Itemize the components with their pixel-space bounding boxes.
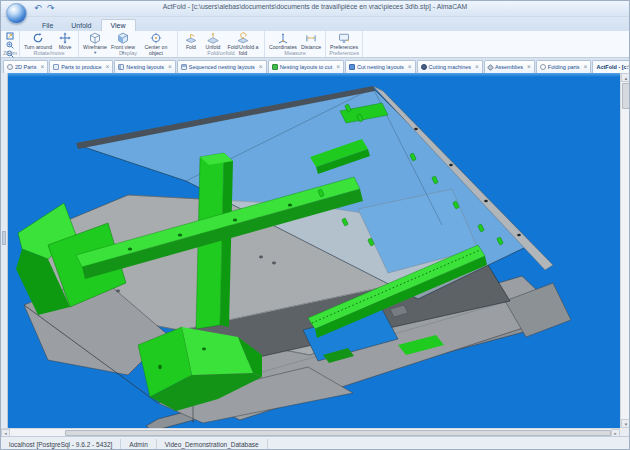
ribbon-group-label: Zoom	[1, 50, 19, 57]
cut-nesting-layouts-icon	[349, 64, 355, 70]
sequenced-nesting-layouts-icon	[181, 64, 187, 70]
current-user-status: Admin	[121, 439, 156, 450]
app-menu-orb[interactable]	[6, 3, 27, 24]
zoom-in-button[interactable]	[4, 41, 16, 49]
title-bar: ↶ ↷ ActFold - [c:\users\alebas\documents…	[1, 1, 629, 17]
close-tab-icon[interactable]: ×	[584, 64, 588, 70]
scroll-down-icon[interactable]: ▼	[621, 419, 630, 428]
viewport-3d-canvas[interactable]	[8, 73, 620, 428]
zoom-fit-button[interactable]	[4, 32, 16, 40]
center-on-object-icon	[150, 32, 162, 44]
ribbon-group-label: Fold/unfold	[178, 50, 264, 57]
tab-folding-parts[interactable]: Folding parts×	[536, 60, 592, 73]
front-view-icon	[117, 32, 129, 44]
folding-parts-icon	[540, 64, 546, 70]
ribbon-group-fold-unfold: Fold Unfold Fold/Unfold a fold Fold/unfo…	[178, 31, 265, 57]
vertical-scroll-thumb[interactable]	[622, 83, 630, 109]
parts-to-produce-icon	[53, 64, 59, 70]
close-tab-icon[interactable]: ×	[336, 64, 340, 70]
ribbon-group-rotate-move: Turn around Move Rotate/move	[20, 31, 79, 57]
horizontal-scrollbar[interactable]: ◄ ►	[1, 428, 630, 436]
distance-icon	[305, 32, 317, 44]
ribbon-group-zoom: Zoom	[1, 31, 20, 57]
status-bar: localhost [PostgreSql - 9.6.2 - 5432] Ad…	[1, 436, 629, 450]
close-tab-icon[interactable]: ×	[106, 64, 110, 70]
menu-tab-unfold[interactable]: Unfold	[62, 20, 100, 31]
menu-bar: File Unfold View	[1, 17, 629, 31]
ribbon-group-label: Rotate/move	[20, 50, 78, 57]
preferences-button[interactable]: Preferences	[329, 32, 359, 51]
close-tab-icon[interactable]: ×	[408, 64, 412, 70]
wireframe-icon	[89, 32, 101, 44]
window-title: ActFold - [c:\users\alebas\documents\doc…	[1, 3, 629, 10]
assemblies-icon	[487, 63, 494, 70]
turn-around-icon	[32, 32, 44, 44]
menu-tab-view[interactable]: View	[101, 19, 136, 31]
close-tab-icon[interactable]: ×	[475, 64, 479, 70]
ribbon-group-label: Preferences	[326, 50, 362, 57]
zoom-in-icon	[6, 41, 14, 49]
ribbon-group-preferences: Preferences Preferences	[326, 31, 363, 57]
menu-tab-file[interactable]: File	[33, 20, 62, 31]
panel-splitter-handle[interactable]	[2, 231, 6, 245]
tab-nesting-layouts[interactable]: Nesting layouts×	[114, 60, 175, 73]
close-tab-icon[interactable]: ×	[168, 64, 172, 70]
vertical-scrollbar[interactable]: ▲ ▼	[620, 73, 630, 428]
tab-parts-to-produce[interactable]: Parts to produce×	[49, 60, 113, 73]
database-connection-status: localhost [PostgreSql - 9.6.2 - 5432]	[1, 439, 121, 450]
coordinates-icon	[277, 32, 289, 44]
left-panel-strip	[1, 73, 8, 428]
ribbon-group-measure: Coordinates Distance Measure	[265, 31, 326, 57]
unfold-button[interactable]: Unfold	[203, 32, 223, 51]
tab-sequenced-nesting-layouts[interactable]: Sequenced nesting layouts×	[177, 60, 267, 73]
viewport-top-edge	[8, 73, 620, 77]
ribbon: Zoom Turn around Move Rotate/move Wirefr…	[1, 31, 629, 58]
distance-button[interactable]: Distance	[300, 32, 322, 51]
close-tab-icon[interactable]: ×	[40, 64, 44, 70]
ribbon-group-label: Display	[79, 50, 177, 57]
fold-icon	[185, 32, 197, 44]
tab-cut-nesting-layouts[interactable]: Cut nesting layouts×	[345, 60, 416, 73]
2d-parts-icon	[7, 64, 13, 70]
close-tab-icon[interactable]: ×	[527, 64, 531, 70]
tab-2d-parts[interactable]: 2D Parts×	[3, 60, 48, 73]
tab-assemblies[interactable]: Assemblies×	[484, 60, 535, 73]
preferences-icon	[338, 32, 350, 44]
scrollbar-corner	[620, 428, 630, 436]
nesting-layouts-icon	[118, 64, 124, 70]
nesting-layouts-to-cut-icon	[272, 64, 278, 70]
ribbon-group-label: Measure	[265, 50, 325, 57]
undo-icon[interactable]: ↶	[34, 2, 42, 15]
cutting-machines-icon	[421, 64, 427, 70]
close-tab-icon[interactable]: ×	[259, 64, 263, 70]
fold-button[interactable]: Fold	[181, 32, 201, 51]
document-tab-strip: 2D Parts× Parts to produce× Nesting layo…	[1, 58, 629, 73]
scroll-up-icon[interactable]: ▲	[621, 73, 630, 82]
work-area: ▲ ▼ ◄ ►	[1, 73, 630, 436]
application-window: ↶ ↷ ActFold - [c:\users\alebas\documents…	[0, 0, 630, 450]
ribbon-group-display: Wireframe ▾ Front view ▾ Center on objec…	[79, 31, 178, 57]
turn-around-button[interactable]: Turn around	[23, 32, 53, 51]
tab-actfold-active[interactable]: ActFold - [c:\users\alebas	[592, 60, 629, 73]
database-name-status: Video_Demonstration_Database	[157, 439, 268, 450]
tab-cutting-machines[interactable]: Cutting machines×	[417, 60, 483, 73]
tab-nesting-layouts-to-cut[interactable]: Nesting layouts to cut×	[268, 60, 344, 73]
zoom-fit-icon	[6, 32, 14, 40]
fold-unfold-a-fold-icon	[237, 32, 249, 44]
move-button[interactable]: Move	[55, 32, 75, 51]
unfold-icon	[207, 32, 219, 44]
coordinates-button[interactable]: Coordinates	[268, 32, 298, 51]
move-icon	[59, 32, 71, 44]
redo-icon[interactable]: ↷	[47, 2, 55, 15]
